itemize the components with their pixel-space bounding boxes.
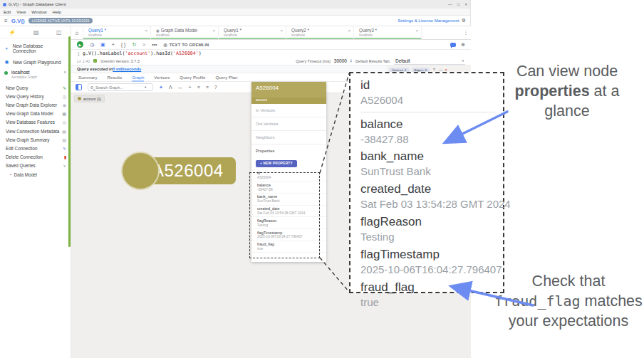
menu-window[interactable]: Window xyxy=(31,10,46,14)
property-row[interactable]: flagReasonTesting xyxy=(251,217,326,229)
sidebar-item-new-query[interactable]: New Query✎ xyxy=(0,83,71,92)
close-icon[interactable]: × xyxy=(346,28,350,33)
sidebar-item-new-graph-data-explorer[interactable]: New Graph Data Explorer⊞ xyxy=(0,100,71,109)
sidebar-item-saved-queries[interactable]: Saved Queries∨ xyxy=(0,162,71,170)
tab-query2[interactable]: Query2 *× localhost xyxy=(286,26,354,39)
section-neighbors[interactable]: Neighbors xyxy=(251,131,326,144)
legend-chip-account[interactable]: account (1) xyxy=(74,95,105,102)
sidebar-item-delete-connection[interactable]: Delete Connection▮ xyxy=(0,153,71,162)
web-icon[interactable]: ⊕ xyxy=(461,42,465,47)
connections-tab-icon[interactable]: ⚡ xyxy=(9,29,16,36)
tab-results[interactable]: Results xyxy=(107,73,122,81)
sidebar-item-view-query-history[interactable]: View Query History◷ xyxy=(0,92,71,100)
tab-query1-active[interactable]: Query1 *× localhost xyxy=(83,26,151,39)
layout-icon[interactable]: Λ xyxy=(169,85,172,90)
graph-node-a526004[interactable] xyxy=(121,152,160,190)
trash-icon: ▮ xyxy=(64,154,66,159)
gear-icon: ⚙ xyxy=(462,18,466,23)
property-row[interactable]: idA526004 xyxy=(251,170,326,182)
tab-query-profile[interactable]: Query Profile xyxy=(180,73,205,81)
tab-graph[interactable]: Graph xyxy=(132,73,144,81)
add-vertex-icon[interactable]: + xyxy=(189,85,192,90)
text-to-gremlin-icon: ◎ xyxy=(164,43,167,47)
run-query-button[interactable]: ▶ xyxy=(77,41,83,48)
query-timeout-value[interactable]: 30000 xyxy=(334,58,347,63)
hamburger-icon[interactable]: ≡ xyxy=(4,18,8,24)
chevron-down-icon: ∨ xyxy=(63,163,66,168)
connection-localhost[interactable]: localhost Aerospike Graph ∧ xyxy=(0,68,71,81)
app-logo: G.V() xyxy=(11,18,25,24)
databases-tab-icon[interactable]: ◫ xyxy=(56,29,62,36)
close-icon[interactable]: × xyxy=(414,28,418,33)
sidebar-item-edit-connection[interactable]: Edit Connection✎ xyxy=(0,144,71,152)
sidebar-item-view-graph-summary[interactable]: View Graph Summary▥ xyxy=(0,135,71,144)
chevron-up-icon[interactable]: ∧ xyxy=(63,70,66,74)
format-braces-icon[interactable]: { } xyxy=(121,42,126,47)
settings-license-link[interactable]: Settings & License Management ⚙ xyxy=(398,18,466,23)
new-property-button[interactable]: + NEW PROPERTY xyxy=(256,160,297,167)
properties-section-label: Properties xyxy=(251,144,326,154)
saved-query-data-model[interactable]: •Data Model xyxy=(0,170,71,179)
filter-icon[interactable]: ≡ xyxy=(197,85,200,90)
tab-connection-underline xyxy=(219,38,286,39)
filter-icon[interactable]: ≡ xyxy=(206,85,209,90)
node-properties-panel: A526004 account In Vertices Out Vertices… xyxy=(251,82,326,262)
menu-help[interactable]: Help xyxy=(53,10,61,14)
playgrounds-tab-icon[interactable]: ▤ xyxy=(33,29,39,36)
help-icon[interactable]: ? xyxy=(214,85,217,90)
tab-query1b[interactable]: Query1 *× localhost xyxy=(219,26,286,39)
timeout-stepper[interactable]: ▴▾ xyxy=(350,59,352,62)
close-button[interactable]: × xyxy=(464,2,467,6)
close-icon[interactable]: × xyxy=(279,28,283,33)
save-query-icon[interactable]: ▣ xyxy=(100,42,105,47)
default-results-tab-select[interactable]: Default ▾ xyxy=(394,58,465,65)
property-row[interactable]: balance-38427.88 xyxy=(251,181,326,194)
tab-graph-data-model[interactable]: ◉Graph Data Model× localhost xyxy=(151,26,219,39)
query-editor[interactable]: 1 g.V().hasLabel('account').hasId('A5260… xyxy=(71,50,471,57)
execution-duration-link[interactable]: 5 milliseconds xyxy=(113,67,141,71)
query-history-icon[interactable]: ◷ xyxy=(90,42,94,47)
close-icon[interactable]: × xyxy=(211,28,215,33)
tab-vertices[interactable]: Vertices xyxy=(154,73,170,81)
kebab-menu-icon[interactable]: ⋮ xyxy=(461,26,471,39)
tab-query-plan[interactable]: Query Plan xyxy=(215,73,237,81)
search-input[interactable] xyxy=(95,85,142,90)
menu-view[interactable]: View xyxy=(16,10,26,14)
flow-icon[interactable]: ≈ xyxy=(142,42,145,47)
new-database-connection-button[interactable]: + New Database Connection xyxy=(0,41,71,56)
tab-connection-underline xyxy=(354,38,421,39)
magnified-properties-panel: idA526004 balance-38427.88 bank_nameSunT… xyxy=(349,72,504,293)
tab-summary[interactable]: Summary xyxy=(78,73,97,81)
maximize-button[interactable]: □ xyxy=(457,2,460,6)
feedback-icon[interactable] xyxy=(450,43,456,47)
home-tab-icon[interactable]: ⌂ xyxy=(71,26,83,39)
panel-toggle-icon[interactable] xyxy=(76,84,82,90)
tab-query3[interactable]: Query3 *× localhost xyxy=(354,26,422,39)
gremlin-icon xyxy=(93,59,97,63)
sidebar-item-view-graph-data-model[interactable]: View Graph Data Model▦ xyxy=(0,110,71,118)
property-row[interactable]: fraud_flagtrue xyxy=(251,241,326,253)
refresh-icon[interactable]: ↻ xyxy=(132,42,136,47)
text-to-gremlin-button[interactable]: ◎ TEXT TO GREMLIN xyxy=(164,43,209,47)
more-options-icon[interactable]: ••• xyxy=(152,42,157,47)
close-icon[interactable]: × xyxy=(143,28,147,33)
add-icon[interactable]: + xyxy=(112,42,115,47)
menu-bar: Edit View Window Help xyxy=(0,9,470,16)
menu-edit[interactable]: Edit xyxy=(4,10,11,14)
property-row[interactable]: flagTimestamp2025-10-06T16:04:27.796407 xyxy=(251,229,326,241)
section-out-vertices[interactable]: Out Vertices xyxy=(251,117,326,131)
minimize-button[interactable]: — xyxy=(448,2,452,6)
section-in-vertices[interactable]: In Vertices xyxy=(251,104,326,117)
panel-node-label-badge: account xyxy=(251,98,326,104)
expand-arrows-icon[interactable]: ↔ xyxy=(178,85,183,90)
property-row[interactable]: bank_nameSunTrust Bank xyxy=(251,194,326,206)
page: G.V() - Graph Database Client — □ × Edit… xyxy=(0,0,644,358)
wand-icon[interactable]: ✦ xyxy=(159,85,163,90)
sidebar-item-view-connection-metadata[interactable]: View Connection Metadata▤ xyxy=(0,127,71,135)
property-row-magnified: flagTimestamp2025-10-06T16:04:27.796407 xyxy=(360,247,496,277)
property-row-magnified: bank_nameSunTrust Bank xyxy=(360,149,496,179)
sidebar-item-view-database-features[interactable]: View Database Features◎ xyxy=(0,118,71,127)
new-graph-playground-button[interactable]: ◉ New Graph Playground xyxy=(0,56,71,68)
graph-search[interactable]: ▾ xyxy=(88,83,153,91)
property-row[interactable]: created_dateSat Feb 03 13:54:28 GMT 2024 xyxy=(251,206,326,218)
